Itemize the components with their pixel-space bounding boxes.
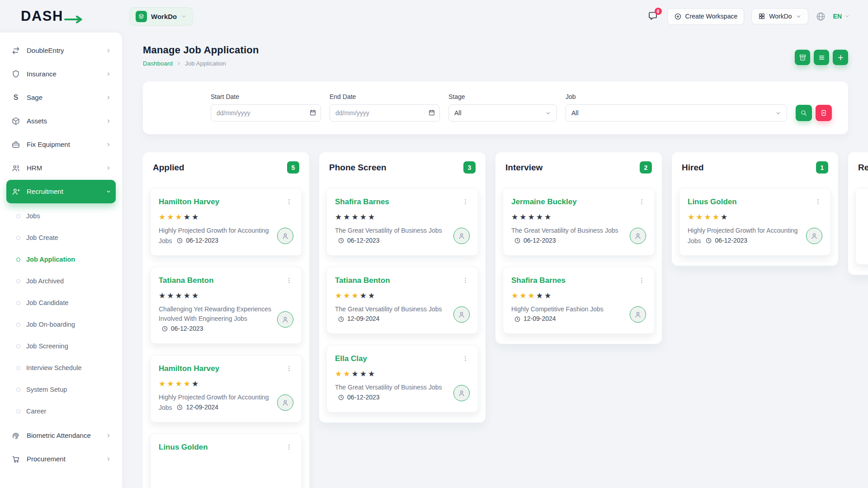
workspace-name: WorkDo (151, 13, 177, 20)
applicant-name-link[interactable]: Shafira Barnes (511, 276, 566, 285)
page-title: Manage Job Application (143, 44, 259, 56)
kebab-menu-icon[interactable] (461, 197, 470, 208)
chevron-right-icon (106, 71, 111, 77)
sidebar-item-biometric-attendance[interactable]: Biometric Attendance (6, 424, 116, 447)
sidebar-item-sage[interactable]: S Sage (6, 86, 116, 109)
reset-filter-button[interactable] (816, 105, 832, 121)
applicant-card[interactable]: Linus Golden ★★★★★ Highly Projected Grow… (679, 188, 831, 256)
applicant-card[interactable]: Hamilton Harvey ★★★★★ Highly Projected G… (150, 355, 302, 422)
topbar: DASH WorkDo 0 Create Workspace WorkDo EN (0, 0, 868, 33)
rating-stars: ★★★★★ (688, 213, 822, 221)
create-job-application-button[interactable] (833, 50, 848, 65)
applicant-card[interactable]: Jermaine Buckley ★★★★★ The Great Versati… (503, 188, 655, 256)
applicant-name-link[interactable]: Tatiana Benton (159, 276, 214, 285)
applicant-name-link[interactable]: Jermaine Buckley (511, 197, 577, 206)
bullet-icon (16, 409, 20, 413)
workspace-menu-button[interactable]: WorkDo (751, 8, 808, 24)
applicant-card[interactable] (855, 188, 868, 265)
person-icon (281, 315, 289, 324)
sidebar-item-job-application[interactable]: Job Application (13, 249, 116, 270)
sidebar-item-job-on-boarding[interactable]: Job On-boarding (13, 314, 116, 335)
kebab-menu-icon[interactable] (637, 276, 646, 286)
applicant-card[interactable]: Tatiana Benton ★★★★★ Challenging Yet Rew… (150, 267, 302, 344)
sidebar-item-system-setup[interactable]: System Setup (13, 379, 116, 400)
column-count-badge: 1 (816, 161, 828, 174)
sidebar-item-career[interactable]: Career (13, 400, 116, 422)
applicant-avatar[interactable] (277, 394, 293, 411)
sidebar-item-job-archived[interactable]: Job Archived (13, 270, 116, 292)
applicant-card[interactable]: Tatiana Benton ★★★★★ The Great Versatili… (326, 267, 478, 334)
archive-button[interactable] (795, 50, 810, 65)
kebab-menu-icon[interactable] (285, 197, 293, 208)
kebab-menu-icon[interactable] (461, 354, 470, 365)
sidebar-item-procurement[interactable]: Procurement (6, 447, 116, 471)
applicant-name-link[interactable]: Hamilton Harvey (159, 364, 219, 373)
kebab-menu-icon[interactable] (461, 276, 470, 286)
sidebar-item-job-create[interactable]: Job Create (13, 227, 116, 249)
applicant-name-link[interactable]: Shafira Barnes (335, 197, 389, 206)
applicant-card[interactable]: Linus Golden (150, 433, 302, 488)
applicant-avatar[interactable] (277, 228, 293, 244)
job-select[interactable]: All (566, 104, 787, 122)
applicant-avatar[interactable] (630, 306, 646, 323)
column-count-badge: 5 (287, 161, 299, 174)
applicant-card[interactable]: Shafira Barnes ★★★★★ Highly Competitive … (503, 267, 655, 334)
grid-icon (758, 13, 765, 20)
applicant-avatar[interactable] (806, 228, 822, 244)
applicant-avatar[interactable] (277, 311, 293, 328)
applicant-avatar[interactable] (453, 385, 470, 401)
application-description: The Great Versatility of Business Jobs 1… (335, 305, 448, 325)
stage-select[interactable]: All (448, 104, 557, 122)
kebab-menu-icon[interactable] (637, 197, 646, 208)
applicant-card[interactable]: Hamilton Harvey ★★★★★ Highly Projected G… (150, 188, 302, 256)
workspace-switcher[interactable]: WorkDo (129, 7, 193, 26)
applicant-name-link[interactable]: Linus Golden (159, 443, 208, 452)
kebab-menu-icon[interactable] (285, 276, 293, 286)
rating-stars: ★★★★★ (511, 213, 646, 221)
search-button[interactable] (796, 105, 812, 121)
applicant-name-link[interactable]: Linus Golden (688, 197, 737, 206)
kebab-menu-icon[interactable] (814, 197, 822, 208)
language-select[interactable]: EN (833, 13, 850, 20)
kebab-menu-icon[interactable] (285, 364, 293, 375)
chevron-right-icon (106, 189, 111, 194)
dash-logo[interactable]: DASH (21, 8, 122, 24)
sidebar-item-recruitment[interactable]: Recruitment (6, 180, 116, 203)
applicant-card[interactable]: Shafira Barnes ★★★★★ The Great Versatili… (326, 188, 478, 256)
applicant-avatar[interactable] (453, 306, 470, 323)
sidebar-item-doubleentry[interactable]: DoubleEntry (6, 39, 116, 62)
end-date-input[interactable] (330, 104, 440, 122)
start-date-input[interactable] (211, 104, 321, 122)
breadcrumb-dashboard-link[interactable]: Dashboard (143, 60, 173, 67)
sidebar-item-jobs[interactable]: Jobs (13, 205, 116, 227)
applicant-card[interactable]: Ella Clay ★★★★★ The Great Versatility of… (326, 345, 478, 413)
calendar-icon[interactable] (309, 109, 316, 116)
messages-button[interactable]: 0 (646, 9, 660, 23)
stage-label: Stage (448, 93, 557, 100)
applicant-avatar[interactable] (630, 228, 646, 244)
person-icon (281, 399, 289, 407)
chevron-down-icon (844, 14, 850, 19)
sidebar-item-hrm[interactable]: HRM (6, 156, 116, 180)
sidebar-item-job-screening[interactable]: Job Screening (13, 335, 116, 357)
sidebar-item-fix-equipment[interactable]: Fix Equipment (6, 133, 116, 156)
applicant-name-link[interactable]: Hamilton Harvey (159, 197, 219, 206)
applicant-name-link[interactable]: Tatiana Benton (335, 276, 390, 285)
calendar-icon[interactable] (428, 109, 435, 116)
applicant-avatar[interactable] (453, 228, 470, 244)
fix-equipment-icon (11, 140, 21, 150)
application-description: Challenging Yet Rewarding Experiences In… (159, 305, 272, 334)
chevron-right-icon (106, 142, 111, 147)
kebab-menu-icon[interactable] (285, 443, 293, 453)
person-icon (634, 310, 642, 319)
application-date: 06-12-2023 (176, 236, 218, 246)
sidebar-item-insurance[interactable]: Insurance (6, 62, 116, 86)
sidebar-item-assets[interactable]: Assets (6, 109, 116, 133)
sidebar-item-job-candidate[interactable]: Job Candidate (13, 292, 116, 314)
list-view-button[interactable] (814, 50, 829, 65)
applicant-name-link[interactable]: Ella Clay (335, 354, 367, 363)
create-workspace-button[interactable]: Create Workspace (667, 8, 745, 25)
sidebar-item-interview-schedule[interactable]: Interview Schedule (13, 357, 116, 379)
chevron-right-icon (176, 61, 181, 66)
column-title: Rejected (858, 163, 868, 173)
